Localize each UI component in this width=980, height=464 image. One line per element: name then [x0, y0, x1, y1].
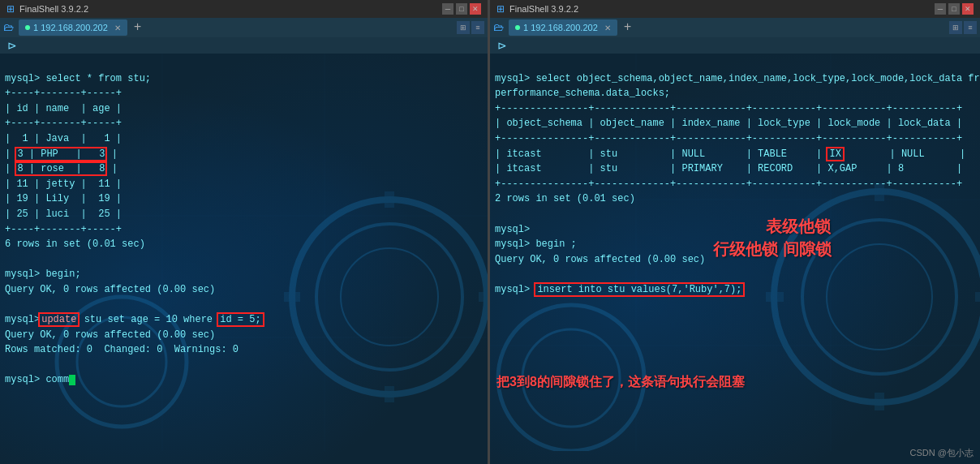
right-tab-add-button[interactable]: +: [619, 20, 637, 35]
left-update-highlight: update: [40, 314, 78, 325]
left-line-2: +----+-------+-----+: [5, 88, 122, 99]
right-window: ⊞ FinalShell 3.9.2.2 ─ □ ✕ 🗁 1 192.168.2…: [490, 0, 980, 464]
right-line-1: mysql> select object_schema,object_name,…: [495, 73, 980, 84]
left-title-text-area: ⊞ FinalShell 3.9.2.2: [6, 3, 88, 15]
left-row-8-outline: 8 | rose | 8: [16, 163, 105, 174]
right-window-controls: ─ □ ✕: [935, 3, 974, 15]
right-line-6: | itcast | stu | NULL | TABLE |: [495, 148, 827, 160]
right-line-10: mysql>: [495, 224, 530, 235]
left-window-controls: ─ □ ✕: [442, 3, 481, 15]
right-line-3: +---------------+-------------+---------…: [495, 103, 962, 114]
right-title-bar: ⊞ FinalShell 3.9.2.2 ─ □ ✕: [490, 0, 980, 18]
left-line-7: |: [5, 163, 16, 174]
left-tab-close[interactable]: ✕: [114, 24, 121, 32]
right-toolbar: ⊳: [490, 37, 980, 54]
right-line-8: +---------------+-------------+---------…: [495, 178, 962, 190]
left-line-8: | 11 | jetty | 11 |: [5, 178, 122, 190]
right-terminal-content[interactable]: mysql> select object_schema,object_name,…: [490, 54, 980, 464]
right-line-9: 2 rows in set (0.01 sec): [495, 193, 635, 204]
right-maximize-button[interactable]: □: [948, 3, 960, 15]
left-line-9: | 19 | Lily | 19 |: [5, 193, 122, 204]
right-ix-highlight: IX: [827, 148, 842, 160]
right-tab-bar: 🗁 1 192.168.200.202 ✕ + ⊞ ≡: [490, 18, 980, 37]
right-line-6b: | NULL |: [843, 148, 965, 160]
left-line-17: Rows matched: 0 Changed: 0 Warnings: 0: [5, 344, 239, 355]
left-toolbar-btn[interactable]: ⊳: [3, 38, 21, 53]
right-tab-icons: ⊞ ≡: [949, 21, 977, 34]
right-tab-dot: [515, 25, 520, 30]
left-line-13: mysql> begin;: [5, 269, 81, 280]
left-tab-label: 1 192.168.200.202: [33, 23, 108, 32]
left-line-3: | id | name | age |: [5, 103, 122, 114]
right-list-icon[interactable]: ≡: [964, 21, 977, 34]
right-line-12: Query OK, 0 rows affected (0.00 sec): [495, 254, 705, 265]
left-minimize-button[interactable]: ─: [442, 3, 453, 15]
left-line-14: Query OK, 0 rows affected (0.00 sec): [5, 284, 215, 295]
right-close-button[interactable]: ✕: [962, 3, 974, 15]
right-line-5: +---------------+-------------+---------…: [495, 133, 962, 144]
left-line-18: mysql> comm: [5, 374, 69, 385]
left-tab-dot: [25, 25, 30, 30]
right-line-7: | itcast | stu | PRIMARY | RECORD | X,GA…: [495, 163, 962, 174]
left-line-7b: |: [105, 163, 117, 174]
right-tab-label: 1 192.168.200.202: [523, 23, 598, 32]
right-terminal[interactable]: mysql> select object_schema,object_name,…: [490, 54, 980, 464]
left-close-button[interactable]: ✕: [470, 3, 481, 15]
app-icon-right: ⊞: [496, 3, 505, 15]
right-app-title: FinalShell 3.9.2.2: [509, 4, 578, 14]
left-line-1: mysql> select * from stu;: [5, 73, 151, 84]
left-line-16: Query OK, 0 rows affected (0.00 sec): [5, 329, 215, 341]
right-tab-1[interactable]: 1 192.168.200.202 ✕: [509, 19, 617, 36]
left-row-3-outline: 3 | PHP | 3: [16, 148, 105, 160]
left-tab-1[interactable]: 1 192.168.200.202 ✕: [19, 19, 127, 36]
left-toolbar: ⊳: [0, 37, 488, 54]
left-folder-icon[interactable]: 🗁: [3, 22, 14, 34]
left-terminal[interactable]: mysql> select * from stu; +----+-------+…: [0, 54, 488, 464]
watermark: CSDN @包小志: [910, 447, 974, 459]
left-tab-icons: ⊞ ≡: [457, 21, 484, 34]
left-line-15b: stu set age = 10 where: [78, 314, 218, 325]
right-line-4: | object_schema | object_name | index_na…: [495, 118, 962, 129]
left-maximize-button[interactable]: □: [456, 3, 467, 15]
left-window: ⊞ FinalShell 3.9.2.2 ─ □ ✕ 🗁 1 192.168.2…: [0, 0, 490, 464]
right-line-2: performance_schema.data_locks;: [495, 88, 670, 99]
left-app-title: FinalShell 3.9.2.2: [19, 4, 88, 14]
left-title-bar: ⊞ FinalShell 3.9.2.2 ─ □ ✕: [0, 0, 488, 18]
left-grid-icon[interactable]: ⊞: [457, 21, 470, 34]
left-tab-bar: 🗁 1 192.168.200.202 ✕ + ⊞ ≡: [0, 18, 488, 37]
app-icon-left: ⊞: [6, 3, 15, 15]
right-title-text-area: ⊞ FinalShell 3.9.2.2: [496, 3, 578, 15]
left-terminal-content[interactable]: mysql> select * from stu; +----+-------+…: [0, 54, 488, 464]
left-line-6: |: [5, 148, 16, 160]
right-line-13: mysql>: [495, 284, 535, 295]
left-line-6b: |: [105, 148, 117, 160]
left-line-12: 6 rows in set (0.01 sec): [5, 238, 145, 250]
right-tab-close[interactable]: ✕: [604, 24, 611, 32]
left-id-highlight: id = 5;: [218, 314, 262, 325]
left-tab-add-button[interactable]: +: [129, 20, 147, 35]
right-folder-icon[interactable]: 🗁: [493, 22, 504, 34]
right-grid-icon[interactable]: ⊞: [949, 21, 962, 34]
right-insert-highlight: insert into stu values(7,'Ruby',7);: [535, 284, 743, 295]
right-line-11: mysql> begin ;: [495, 238, 577, 250]
left-line-15: mysql>: [5, 314, 40, 325]
left-line-5: | 1 | Java | 1 |: [5, 133, 122, 144]
left-line-10: | 25 | luci | 25 |: [5, 208, 122, 220]
right-minimize-button[interactable]: ─: [935, 3, 946, 15]
left-line-11: +----+-------+-----+: [5, 224, 122, 235]
right-toolbar-btn[interactable]: ⊳: [493, 38, 511, 53]
left-cursor: [69, 375, 75, 385]
left-list-icon[interactable]: ≡: [471, 21, 484, 34]
left-line-4: +----+-------+-----+: [5, 118, 122, 129]
